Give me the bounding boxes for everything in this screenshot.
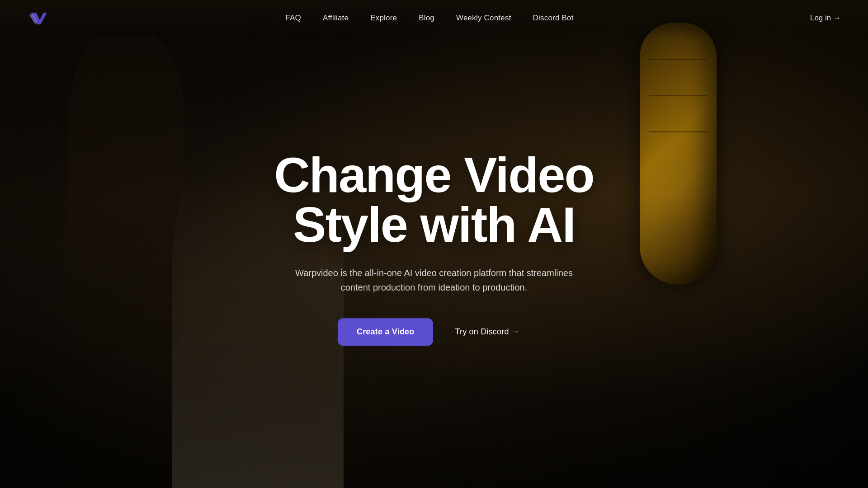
navbar: FAQ Affiliate Explore Blog Weekly Contes… [0,0,868,36]
hero-title: Change Video Style with AI [231,150,637,249]
create-video-button[interactable]: Create a Video [338,318,434,346]
nav-discord-bot[interactable]: Discord Bot [533,14,574,22]
nav-explore[interactable]: Explore [370,14,397,22]
hero-content: Change Video Style with AI Warpvideo is … [231,150,637,346]
logo-icon [27,7,49,29]
login-link[interactable]: Log in → [810,14,841,23]
hero-subtitle: Warpvideo is the all-in-one AI video cre… [294,266,574,295]
nav-blog[interactable]: Blog [419,14,434,22]
try-discord-button[interactable]: Try on Discord → [444,318,530,346]
hero-title-line2: Style with AI [293,197,575,252]
nav-weekly-contest[interactable]: Weekly Contest [456,14,511,22]
nav-affiliate[interactable]: Affiliate [323,14,349,22]
logo-link[interactable] [27,7,49,29]
nav-faq[interactable]: FAQ [285,14,301,22]
nav-links: FAQ Affiliate Explore Blog Weekly Contes… [285,14,573,23]
hero-title-line1: Change Video [274,147,594,202]
hero-buttons: Create a Video Try on Discord → [231,318,637,346]
